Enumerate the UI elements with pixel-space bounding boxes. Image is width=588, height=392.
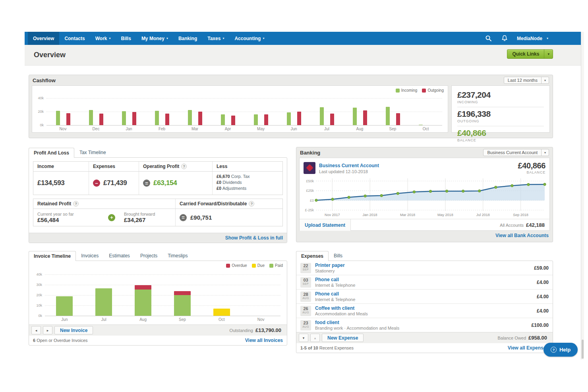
tab-timeslips[interactable]: Timeslips	[162, 251, 193, 261]
prev-arrow-button[interactable]: ◂	[31, 326, 41, 334]
invoice-footer-strip: ◂ ▸ New Invoice Outstanding £13,790.00	[29, 324, 287, 336]
incoming-bar	[254, 114, 258, 125]
expense-amount: £4.00	[537, 308, 549, 314]
upload-statement-button[interactable]: Upload Statement	[300, 219, 351, 231]
scroll-down-button[interactable]: ▾	[299, 334, 308, 342]
gridline	[45, 295, 280, 295]
tab-projects[interactable]: Projects	[135, 251, 162, 261]
x-axis-label: Jul	[92, 317, 116, 322]
help-icon: ?	[551, 347, 557, 353]
expense-title-link[interactable]: Printer paper	[315, 263, 345, 268]
nav-item-my-money[interactable]: My Money▾	[136, 32, 173, 45]
cashflow-total-incoming: £237,204INCOMING	[457, 88, 544, 107]
nav-item-bills[interactable]: Bills	[116, 32, 136, 45]
outgoing-bar	[198, 112, 202, 125]
expense-row[interactable]: 22SEPPrinter paperStationery£59.00	[296, 261, 553, 275]
cashflow-period-select[interactable]: Last 12 months ▾	[504, 77, 549, 84]
equals-icon: =	[143, 180, 150, 187]
tab-expenses[interactable]: Expenses	[296, 251, 329, 261]
expense-row[interactable]: 26AUGCoffee with clientAccommodation and…	[296, 304, 553, 318]
bank-account-row: Business Current Account Last updated 12…	[300, 158, 549, 176]
nav-item-contacts[interactable]: Contacts	[59, 32, 90, 45]
gridline	[46, 125, 442, 126]
x-axis-label: Jun	[52, 317, 76, 322]
x-axis-label: Aug	[131, 317, 155, 322]
scroll-up-button[interactable]: ▴	[310, 334, 320, 342]
legend-swatch	[252, 264, 256, 268]
invoice-tab-row: Invoice TimelineInvoicesEstimatesProject…	[29, 251, 287, 261]
chevron-down-icon[interactable]: ▾	[541, 77, 549, 83]
bank-account-select[interactable]: Business Current Account ▾	[483, 149, 549, 156]
expense-day: 23	[300, 321, 311, 325]
incoming-bar	[155, 111, 159, 125]
new-invoice-button[interactable]: New Invoice	[60, 328, 87, 333]
scrollbar-thumb[interactable]	[582, 340, 584, 359]
expense-date-badge: 22SEP	[300, 263, 311, 273]
cashflow-total-outgoing: £196,338OUTGOING	[457, 107, 544, 126]
view-all-expenses-link[interactable]: View all Expenses	[508, 345, 549, 351]
expense-row[interactable]: 23AUGfood clientBranding work · Accommod…	[296, 318, 553, 332]
outgoing-bar	[396, 113, 400, 125]
chevron-down-icon[interactable]: ▾	[541, 149, 549, 156]
expense-row[interactable]: 03SEPPhone callInternet & Telephone£4.00	[296, 275, 553, 290]
nav-item-work[interactable]: Work▾	[90, 32, 116, 45]
incoming-bar	[89, 110, 93, 125]
search-icon[interactable]	[485, 35, 492, 42]
x-axis-label: Jul	[315, 127, 339, 131]
expense-title-link[interactable]: Phone call	[315, 291, 355, 297]
expense-title-link[interactable]: Coffee with client	[315, 305, 368, 311]
operating-profit-column-header: Operating Profit ?	[139, 162, 213, 171]
svg-text:Nov 2017: Nov 2017	[325, 213, 340, 217]
tab-estimates[interactable]: Estimates	[104, 251, 135, 261]
cashflow-header: Cashflow Last 12 months ▾	[29, 75, 553, 85]
expense-date-badge: 26AUG	[300, 306, 311, 316]
help-button[interactable]: ? Help	[544, 343, 578, 357]
svg-text:Jul 2018: Jul 2018	[476, 213, 490, 217]
pl-tab-row: Profit And LossTax Timeline	[29, 148, 287, 157]
incoming-bar	[188, 110, 192, 126]
show-profit-loss-link[interactable]: Show Profit & Loss in full	[225, 235, 283, 241]
less-item: £0 Adjustments	[217, 185, 279, 191]
help-icon[interactable]: ?	[249, 201, 254, 207]
nav-item-taxes[interactable]: Taxes▾	[202, 32, 229, 45]
expense-subtitle: Accommodation and Meals	[315, 311, 368, 316]
operating-profit-value: £63,154	[153, 179, 177, 187]
nav-item-banking[interactable]: Banking	[173, 32, 202, 45]
nav-item-accounting[interactable]: Accounting▾	[229, 32, 269, 45]
expenses-subfooter: 1-5 of 10 Recent Expenses View all Expen…	[296, 343, 553, 353]
help-icon[interactable]: ?	[73, 201, 79, 207]
expense-title-link[interactable]: food client	[315, 320, 399, 325]
tab-bills[interactable]: Bills	[329, 251, 348, 261]
next-arrow-button[interactable]: ▸	[43, 326, 52, 334]
tab-invoice-timeline[interactable]: Invoice Timeline	[29, 251, 76, 261]
new-expense-button[interactable]: New Expense	[327, 335, 358, 341]
expenses-body: 22SEPPrinter paperStationery£59.0003SEPP…	[296, 261, 553, 353]
expense-row[interactable]: 28AUGPhone callInternet & Telephone£4.00	[296, 290, 553, 304]
x-axis-label: May	[249, 127, 273, 131]
pl-retained-values: Current year so far £56,484 + Brought fo…	[33, 209, 282, 226]
bank-account-link[interactable]: Business Current Account	[319, 163, 379, 168]
notifications-bell-icon[interactable]	[501, 35, 508, 42]
account-menu[interactable]: MediaNode ▾	[517, 36, 548, 41]
expense-details: food clientBranding work · Accommodation…	[315, 320, 399, 330]
y-axis-label: 20k	[29, 293, 42, 297]
nav-item-overview[interactable]: Overview	[28, 32, 59, 45]
tab-profit-and-loss[interactable]: Profit And Loss	[29, 148, 74, 158]
chevron-down-icon: ▾	[222, 37, 224, 40]
nav-item-label: Contacts	[64, 36, 85, 41]
cashflow-total-balance: £40,866BALANCE	[457, 126, 544, 145]
help-icon[interactable]: ?	[181, 164, 187, 169]
y-axis-label: 40k	[32, 96, 44, 100]
x-axis-label: Aug	[348, 127, 372, 131]
total-label: OUTGOING	[457, 119, 544, 123]
view-all-bank-accounts-link[interactable]: View all Bank Accounts	[495, 233, 549, 238]
tab-tax-timeline[interactable]: Tax Timeline	[74, 147, 111, 157]
view-all-invoices-link[interactable]: View all Invoices	[245, 338, 283, 343]
tab-invoices[interactable]: Invoices	[76, 251, 104, 261]
chevron-down-icon[interactable]: ▾	[544, 50, 553, 58]
expense-title-link[interactable]: Phone call	[315, 277, 355, 282]
scrollbar[interactable]	[581, 32, 584, 359]
svg-text:£-25k: £-25k	[305, 208, 314, 212]
expense-amount: £4.00	[537, 294, 549, 299]
quick-links-button[interactable]: Quick Links ▾	[507, 49, 553, 59]
